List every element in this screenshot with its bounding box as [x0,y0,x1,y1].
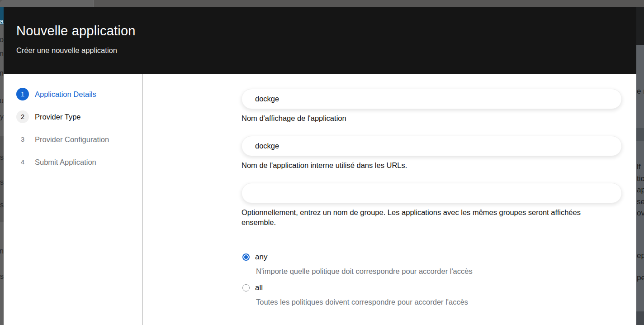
radio-option-description: N'importe quelle politique doit correspo… [256,266,623,276]
radio-option-label: any [255,253,267,262]
text-fragment: se [637,198,644,206]
application-details-form: Nom d'affichage de l'application Nom de … [143,74,636,325]
radio-option-description: Toutes les politiques doivent correspond… [256,297,623,307]
text-fragment: o [0,36,4,43]
wizard-step-submit-application[interactable]: 4 Submit Application [16,151,142,173]
step-number-badge: 1 [16,88,29,100]
text-fragment: e n [637,87,644,95]
background-navbar [636,7,644,45]
text-fragment: s [0,154,4,161]
text-fragment: pe [637,274,644,282]
slug-helper: Nom de l'application interne utilisé dan… [242,160,612,170]
radio-unselected-icon[interactable] [242,284,250,292]
step-number-badge: 4 [16,156,29,168]
wizard-step-application-details[interactable]: 1 Application Details [16,83,142,105]
text-fragment: y [0,113,4,120]
text-fragment: n [0,248,4,255]
policy-engine-mode-group: any N'importe quelle politique doit corr… [242,252,623,307]
text-fragment: epa [637,252,644,259]
modal-header: Nouvelle application Créer une nouvelle … [4,7,636,74]
background-page-top-edge [0,0,644,7]
field-slug: Nom de l'application interne utilisé dan… [242,136,623,170]
wizard-steps-nav: 1 Application Details 2 Provider Type 3 … [4,74,143,325]
modal-title: Nouvelle application [16,24,624,38]
step-number-badge: 2 [16,110,29,123]
text-fragment: ov [637,209,644,217]
group-helper: Optionnellement, entrez un nom de groupe… [242,207,612,227]
text-fragment: n [0,70,4,77]
text-fragment: n [0,50,4,57]
radio-option-all[interactable]: all [242,282,623,293]
radio-option-label: all [255,283,263,292]
background-band [636,128,644,141]
background-band [636,311,644,325]
background-page-right-edge: e n lf tio ap se ov epa pe [636,7,644,325]
step-label: Application Details [35,90,96,99]
text-fragment: a [0,18,4,25]
radio-selected-icon[interactable] [242,253,250,261]
display-name-helper: Nom d'affichage de l'application [242,113,612,123]
text-fragment: ap [637,186,644,194]
modal-subtitle: Créer une nouvelle application [16,46,624,55]
wizard-step-provider-type[interactable]: 2 Provider Type [16,105,142,128]
text-fragment: s [0,179,4,186]
field-group-name: Optionnellement, entrez un nom de groupe… [242,183,623,227]
group-input[interactable] [242,183,622,203]
background-top-left-panel [0,0,94,7]
step-label: Provider Configuration [35,135,109,144]
modal-body: 1 Application Details 2 Provider Type 3 … [4,74,636,325]
field-display-name: Nom d'affichage de l'application [242,89,623,123]
step-label: Submit Application [35,158,96,167]
screen: a o n n u y s s es n s e n lf tio ap se … [0,0,644,325]
new-application-modal: Nouvelle application Créer une nouvelle … [4,7,636,325]
text-fragment: s [0,273,4,280]
text-fragment: u [0,97,4,105]
wizard-step-provider-configuration[interactable]: 3 Provider Configuration [16,128,142,151]
step-label: Provider Type [35,113,81,121]
text-fragment: tio [637,175,644,182]
display-name-input[interactable] [242,89,622,109]
slug-input[interactable] [242,136,622,156]
step-number-badge: 3 [16,133,29,146]
text-fragment: es [0,201,4,209]
background-page-left-edge: a o n n u y s s es n s [0,7,4,325]
text-fragment: lf [637,163,641,171]
radio-option-any[interactable]: any [242,252,623,263]
